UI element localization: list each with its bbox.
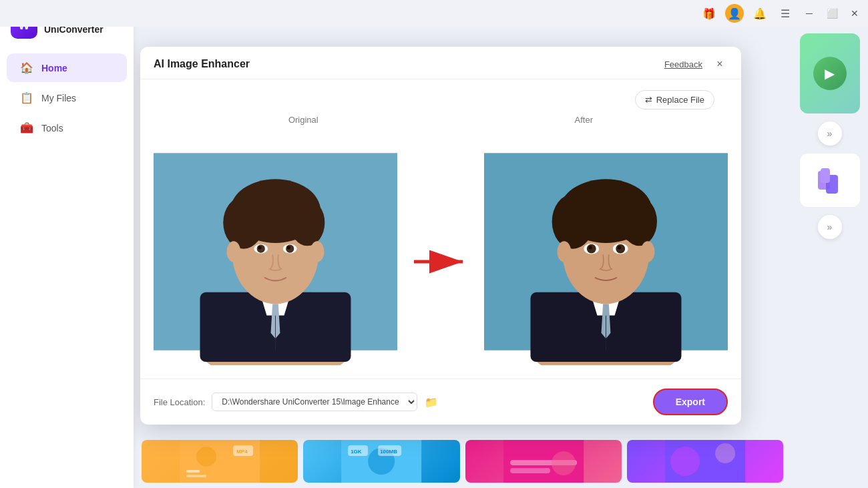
- svg-text:MP4: MP4: [236, 449, 248, 455]
- right-panel: ▶ » »: [791, 27, 868, 488]
- svg-text:1GK: 1GK: [351, 449, 362, 455]
- svg-point-30: [223, 196, 264, 248]
- tools-icon: 🧰: [20, 121, 33, 134]
- thumbnail-1[interactable]: MP4: [142, 440, 298, 483]
- svg-point-60: [618, 246, 621, 249]
- promo-play-icon: ▶: [813, 57, 847, 90]
- after-image-box: [484, 138, 728, 365]
- svg-point-53: [552, 194, 594, 249]
- chevron-right-btn-2[interactable]: »: [818, 215, 842, 239]
- feedback-link[interactable]: Feedback: [664, 59, 702, 69]
- file-select: D:\Wondershare UniConverter 15\Image Enh…: [212, 392, 441, 412]
- svg-point-59: [588, 246, 592, 249]
- minimize-button[interactable]: ─: [801, 5, 817, 21]
- folder-browse-button[interactable]: 📁: [421, 392, 441, 412]
- svg-point-39: [310, 241, 324, 262]
- main-area: ▶ » » MP4: [134, 27, 868, 488]
- files-icon: 📋: [20, 91, 33, 104]
- replace-icon: ⇄: [645, 95, 652, 105]
- svg-point-21: [715, 443, 735, 463]
- maximize-button[interactable]: ⬜: [824, 5, 840, 21]
- comparison-area: [140, 125, 741, 379]
- svg-point-61: [558, 241, 572, 262]
- home-icon: 🏠: [20, 61, 33, 74]
- file-path-select[interactable]: D:\Wondershare UniConverter 15\Image Enh…: [212, 393, 417, 411]
- svg-rect-2: [821, 168, 830, 183]
- sidebar-item-tools[interactable]: 🧰 Tools: [7, 113, 127, 142]
- sidebar-label-home: Home: [41, 63, 67, 73]
- bottom-thumbnails: MP4 1GK 100MB: [134, 435, 791, 488]
- sidebar-label-my-files: My Files: [41, 93, 76, 103]
- modal-header-right: Feedback ×: [664, 56, 728, 72]
- tool-widget-icon: [814, 164, 846, 196]
- svg-point-37: [287, 246, 290, 249]
- original-image-panel: [154, 138, 397, 365]
- original-label: Original: [288, 115, 318, 125]
- sidebar-item-my-files[interactable]: 📋 My Files: [7, 83, 127, 112]
- user-avatar[interactable]: 👤: [725, 4, 744, 23]
- modal-body: Original After: [140, 115, 741, 379]
- file-location: File Location: D:\Wondershare UniConvert…: [154, 392, 441, 412]
- svg-point-18: [552, 451, 576, 475]
- sidebar: W Wondershare UniConverter 🏠 Home 📋 My F…: [0, 0, 134, 488]
- svg-point-4: [196, 447, 216, 467]
- thumbnail-2[interactable]: 1GK 100MB: [303, 440, 459, 483]
- export-button[interactable]: Export: [653, 389, 728, 415]
- chevron-right-btn-1[interactable]: »: [818, 121, 842, 146]
- modal-title: AI Image Enhancer: [154, 58, 250, 70]
- modal-footer: File Location: D:\Wondershare UniConvert…: [140, 379, 741, 425]
- svg-point-38: [227, 241, 241, 262]
- comparison-arrow: [397, 228, 484, 275]
- promo-banner[interactable]: ▶: [800, 33, 860, 113]
- right-tool-widget[interactable]: [800, 154, 860, 207]
- modal-header: AI Image Enhancer Feedback ×: [140, 47, 741, 79]
- after-label: After: [575, 115, 593, 125]
- svg-point-36: [258, 246, 261, 249]
- sidebar-item-home[interactable]: 🏠 Home: [7, 53, 127, 82]
- modal-close-button[interactable]: ×: [712, 56, 728, 72]
- svg-rect-17: [510, 468, 550, 473]
- thumbnail-3[interactable]: [465, 440, 622, 483]
- svg-point-62: [641, 241, 655, 262]
- svg-point-20: [670, 447, 700, 476]
- gift-icon[interactable]: 🎁: [700, 4, 718, 23]
- bell-icon[interactable]: 🔔: [750, 4, 769, 23]
- sidebar-label-tools: Tools: [41, 123, 63, 134]
- close-button[interactable]: ✕: [847, 5, 863, 21]
- ai-image-enhancer-modal: AI Image Enhancer Feedback × ⇄ Replace F…: [140, 47, 741, 425]
- thumbnail-4[interactable]: [627, 440, 783, 483]
- after-image-panel: [484, 138, 728, 365]
- title-bar-icons: 🎁 👤 🔔 ☰ ─ ⬜ ✕: [700, 4, 863, 23]
- title-bar: 🎁 👤 🔔 ☰ ─ ⬜ ✕: [0, 0, 868, 27]
- svg-text:100MB: 100MB: [380, 449, 397, 455]
- menu-icon[interactable]: ☰: [776, 4, 795, 23]
- original-image-box: [154, 138, 397, 365]
- replace-file-label: Replace File: [656, 95, 704, 105]
- file-location-label: File Location:: [154, 397, 205, 407]
- svg-rect-6: [186, 475, 206, 477]
- svg-rect-5: [186, 470, 200, 473]
- replace-file-button[interactable]: ⇄ Replace File: [635, 90, 714, 109]
